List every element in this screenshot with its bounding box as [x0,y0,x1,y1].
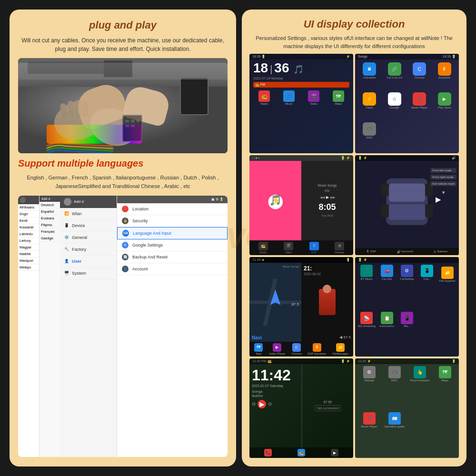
svg-text:▶: ▶ [436,195,441,203]
screen-maps: 11:42 ⚡ 🔋 ⚙ Settings 🎮 SWC 👆 Touch Assis… [355,358,459,458]
svg-rect-20 [381,204,389,217]
svg-rect-16 [389,184,425,202]
svg-rect-11 [131,120,135,122]
svg-rect-14 [131,125,135,127]
svg-rect-7 [75,100,81,117]
svg-rect-9 [123,115,142,141]
svg-rect-21 [425,204,433,217]
setting-location[interactable]: 📍 Location [117,203,228,215]
screen-applist: 🔋 ⚡ 🎵 BT Music 🚗 Car Info ⚙ CarSetting [355,257,459,357]
setting-google[interactable]: G Google Settings [117,239,228,251]
screen-dsp: 🔋 ⚡ 🔊 ▶ [355,155,459,255]
setting-account[interactable]: 👤 Account [117,263,228,275]
svg-rect-2 [104,60,132,77]
svg-rect-17 [389,204,425,220]
menu-general[interactable]: ⚙️ General [60,232,117,244]
screen-clock2: 11:42 FM 📻 🔋 ⚡ 11:42 2023-01-07 Saturday… [249,358,353,458]
settings-menu: Add d 📶 Wlan 📱 Device ⚙️ General [60,196,117,457]
main-container: JVC plug and play Will not cut any cable… [5,5,471,471]
menu-wlan[interactable]: 📶 Wlan [60,208,117,220]
menu-system[interactable]: 🖥️ System [60,268,117,279]
lang-desc: English , German , French , Spanish , It… [18,174,228,190]
plug-image [18,58,228,153]
setting-security[interactable]: 🔒 Security [117,215,228,227]
svg-rect-12 [137,120,139,122]
setting-language[interactable]: ⌨ Language And Input [117,227,228,239]
settings-screenshot: Indonesia Italiano Bosanski (la Català C… [18,196,228,457]
screen-navi: 21:28 ◀ 🔋 Music Songs [249,257,353,357]
ui-grid: 18:36 🔋 ⚡ 18 | 36 🎵 2022-07-18 Monday 📻 … [249,54,459,458]
menu-device[interactable]: 📱 Device [60,220,117,232]
plug-play-title: plug and play [18,19,228,31]
settings-right-panel: ▣ ⚙ 🔋 📍 Location 🔒 Security ⌨ Language A… [117,196,228,457]
ui-desc: Personalized Settings , various styles o… [249,34,459,50]
svg-rect-18 [381,184,389,197]
lang-title: Support multiple languages [18,158,228,169]
menu-factory[interactable]: 🔧 Factory [60,244,117,256]
ui-title: UI display collection [249,18,459,30]
svg-rect-13 [125,125,129,127]
left-panel: JVC plug and play Will not cut any cable… [10,10,236,466]
svg-rect-10 [125,120,129,122]
plug-play-desc: Will not cut any cables. Once you receiv… [18,36,228,53]
screen-bluetooth: □ ● ▪ 🔋 ⚡ ⬤ ⚡ 🎵 Music Songs title ◀◀ [249,155,353,255]
right-panel: UI display collection Personalized Setti… [242,10,466,466]
menu-user[interactable]: 👤 User [60,256,117,268]
screen-clock: 18:36 🔋 ⚡ 18 | 36 🎵 2022-07-18 Monday 📻 … [249,54,353,153]
setting-backup[interactable]: 🔄 Backup And Reset [117,251,228,263]
screen-appgrid: Songs 18:39 🔋 🖩 Calculator 🔗 Car Link 2.… [355,54,459,153]
